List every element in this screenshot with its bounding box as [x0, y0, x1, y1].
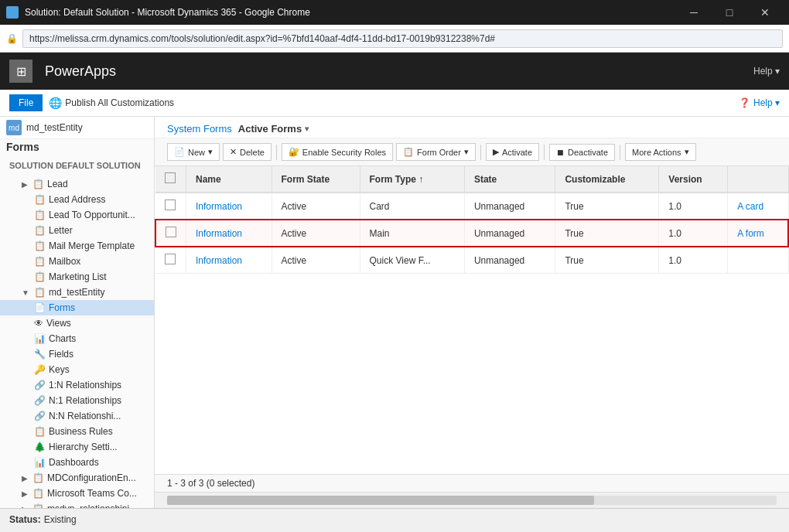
cell-form-type: Quick View F... [360, 247, 464, 274]
cell-customizable: True [555, 247, 659, 274]
delete-button[interactable]: ✕ Delete [223, 143, 272, 161]
cell-version: 1.0 [659, 247, 728, 274]
horizontal-scrollbar[interactable] [167, 496, 777, 505]
sidebar-item-icon: 📋 [32, 179, 44, 189]
ribbon-help-button[interactable]: ❓ Help ▾ [739, 97, 780, 108]
active-forms-dropdown[interactable]: Active Forms ▾ [238, 123, 309, 135]
cell-name[interactable]: Information [186, 220, 272, 247]
sidebar-item-nn-rel[interactable]: 🔗 N:N Relationshi... [0, 408, 154, 424]
file-button[interactable]: File [9, 94, 43, 111]
col-form-type[interactable]: Form Type ↑ [360, 166, 464, 193]
cell-checkbox[interactable] [155, 193, 186, 220]
minimize-button[interactable]: ─ [676, 0, 712, 25]
main-layout: md md_testEntity Forms Solution Default … [0, 117, 789, 508]
col-form-state[interactable]: Form State [272, 166, 360, 193]
col-state[interactable]: State [464, 166, 555, 193]
sidebar-item-lead-address[interactable]: 📋 Lead Address [0, 192, 154, 207]
window-controls: ─ □ ✕ [676, 0, 783, 25]
publish-label: Publish All Customizations [65, 97, 174, 108]
lock-icon: 🔒 [6, 33, 18, 44]
scroll-thumb[interactable] [167, 496, 594, 505]
cell-checkbox[interactable] [155, 247, 186, 274]
sidebar-item-forms[interactable]: 📄 Forms [0, 300, 154, 315]
activate-button[interactable]: ▶ Activate [486, 143, 539, 161]
forms-icon: 📄 [34, 302, 46, 313]
col-checkbox[interactable] [155, 166, 186, 193]
row-checkbox[interactable] [166, 227, 176, 237]
more-actions-arrow-icon: ▾ [685, 147, 689, 157]
delete-icon: ✕ [230, 147, 237, 157]
sidebar-item-n1-rel[interactable]: 🔗 N:1 Relationships [0, 393, 154, 408]
nav-bar: ⊞ PowerApps Help ▾ [0, 53, 789, 90]
expand-icon: ▶ [22, 505, 28, 509]
col-name[interactable]: Name [186, 166, 272, 193]
sidebar-item-ms-teams-label: Microsoft Teams Co... [47, 488, 137, 499]
dropdown-arrow-icon: ▾ [305, 124, 309, 133]
sidebar-item-fields[interactable]: 🔧 Fields [0, 346, 154, 362]
item-icon: 📋 [34, 240, 46, 251]
new-button[interactable]: 📄 New ▾ [167, 143, 220, 161]
item-icon: 📋 [32, 488, 44, 499]
cell-checkbox[interactable] [155, 220, 186, 247]
deactivate-button[interactable]: ⏹ Deactivate [549, 144, 615, 161]
more-actions-button[interactable]: More Actions ▾ [625, 143, 696, 161]
sidebar-item-1n-rel[interactable]: 🔗 1:N Relationships [0, 377, 154, 393]
sidebar-item-dashboards[interactable]: 📊 Dashboards [0, 455, 154, 470]
sidebar-item-keys-label: Keys [49, 364, 70, 375]
col-customizable[interactable]: Customizable [555, 166, 659, 193]
waffle-menu-button[interactable]: ⊞ [9, 60, 32, 83]
sidebar-item-keys[interactable]: 🔑 Keys [0, 362, 154, 377]
row-checkbox[interactable] [165, 254, 176, 264]
sidebar-item-hier-label: Hierarchy Setti... [49, 442, 118, 452]
cell-name[interactable]: Information [186, 193, 272, 220]
sidebar-item-mail-merge[interactable]: 📋 Mail Merge Template [0, 238, 154, 254]
maximize-button[interactable]: □ [712, 0, 747, 25]
table-row[interactable]: Information Active Main Unmanaged True 1… [155, 220, 788, 247]
expand-icon: ▶ [22, 474, 28, 483]
sidebar-item-lead-label: Lead [47, 179, 68, 189]
col-version[interactable]: Version [659, 166, 728, 193]
table-row[interactable]: Information Active Quick View F... Unman… [155, 247, 788, 274]
address-bar: 🔒 [0, 25, 789, 53]
cell-form-state: Active [272, 193, 360, 220]
sidebar-item-lead-to-opp[interactable]: 📋 Lead To Opportunit... [0, 207, 154, 223]
table-row[interactable]: Information Active Card Unmanaged True 1… [155, 193, 788, 220]
address-input[interactable] [22, 29, 783, 48]
cell-version: 1.0 [659, 193, 728, 220]
sidebar-item-charts-label: Charts [49, 333, 76, 344]
cell-state: Unmanaged [464, 220, 555, 247]
item-icon: 📋 [32, 472, 44, 483]
form-order-button[interactable]: 📋 Form Order ▾ [396, 143, 476, 161]
toolbar-separator-3 [544, 145, 545, 160]
cell-description: A card [728, 193, 788, 220]
row-checkbox[interactable] [165, 200, 176, 210]
sidebar-item-views[interactable]: 👁 Views [0, 315, 154, 331]
close-button[interactable]: ✕ [747, 0, 783, 25]
sidebar-item-md-config[interactable]: ▶ 📋 MDConfigurationEn... [0, 470, 154, 486]
expand-icon: ▶ [22, 180, 28, 189]
ribbon-help-label: Help ▾ [753, 97, 780, 108]
cell-name[interactable]: Information [186, 247, 272, 274]
cell-form-state: Active [272, 247, 360, 274]
sidebar-item-mailbox[interactable]: 📋 Mailbox [0, 254, 154, 269]
sidebar-item-lead[interactable]: ▶ 📋 Lead [0, 176, 154, 192]
sidebar-item-msdyn-rel[interactable]: ▶ 📋 msdyn_relationshipi... [0, 501, 154, 508]
entity-header: md md_testEntity [0, 117, 154, 139]
sidebar-item-marketing-list[interactable]: 📋 Marketing List [0, 269, 154, 285]
sidebar-item-hier-setti[interactable]: 🌲 Hierarchy Setti... [0, 439, 154, 455]
sidebar-item-ms-teams[interactable]: ▶ 📋 Microsoft Teams Co... [0, 486, 154, 501]
sidebar-item-letter[interactable]: 📋 Letter [0, 223, 154, 238]
content-title: System Forms Active Forms ▾ [155, 117, 789, 138]
sidebar-item-md-test[interactable]: ▼ 📋 md_testEntity [0, 285, 154, 300]
entity-name-label: md_testEntity [26, 122, 83, 133]
sidebar-item-bus-rules[interactable]: 📋 Business Rules [0, 424, 154, 439]
security-button[interactable]: 🔐 Enable Security Roles [282, 143, 393, 161]
header-checkbox[interactable] [165, 172, 176, 183]
publish-all-button[interactable]: 🌐 Publish All Customizations [49, 97, 174, 109]
sidebar-item-charts[interactable]: 📊 Charts [0, 331, 154, 346]
sidebar-item-nn-label: N:N Relationshi... [49, 411, 121, 421]
cell-version: 1.0 [659, 220, 728, 247]
breadcrumb-system-forms[interactable]: System Forms [167, 123, 232, 135]
help-button[interactable]: Help ▾ [753, 66, 780, 77]
table-header-row: Name Form State Form Type ↑ State Custom… [155, 166, 788, 193]
